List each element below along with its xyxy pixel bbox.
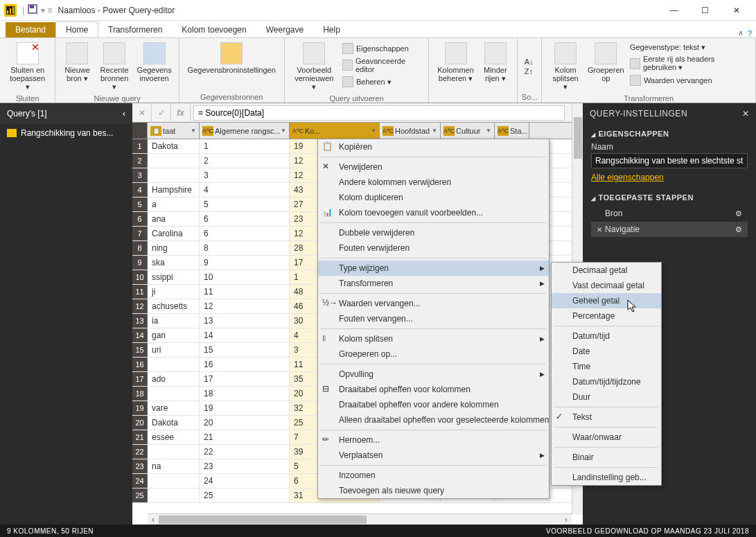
cell[interactable]: Dakota bbox=[148, 416, 200, 430]
cell[interactable]: 21 bbox=[200, 430, 290, 444]
tab-home[interactable]: Home bbox=[55, 21, 98, 37]
context-menu-item[interactable]: Binair bbox=[552, 450, 661, 465]
cell[interactable] bbox=[148, 474, 200, 488]
cell[interactable]: achusetts bbox=[148, 299, 200, 313]
cell[interactable] bbox=[148, 358, 200, 371]
cell[interactable]: uri bbox=[148, 343, 200, 357]
context-menu-item[interactable]: Transformeren▶ bbox=[318, 276, 549, 291]
cell[interactable]: ssippi bbox=[148, 270, 200, 284]
cell[interactable]: Hampshire bbox=[148, 183, 200, 197]
maximize-button[interactable]: ☐ bbox=[689, 0, 721, 21]
manage-columns-button[interactable]: Kolommen beheren ▾ bbox=[433, 41, 478, 91]
column-type-icon[interactable]: AᴮC bbox=[443, 126, 455, 136]
fx-icon[interactable]: fx bbox=[171, 103, 191, 123]
advanced-editor-button[interactable]: Geavanceerde editor bbox=[340, 56, 424, 74]
tab-transform[interactable]: Transformeren bbox=[98, 22, 172, 37]
context-menu-item[interactable]: Fouten verwijderen bbox=[318, 240, 549, 256]
cell[interactable]: 17 bbox=[200, 372, 290, 386]
new-source-button[interactable]: Nieuwe bron ▾ bbox=[60, 41, 94, 93]
replace-values-button[interactable]: Waarden vervangen bbox=[627, 74, 751, 87]
cell[interactable]: vare bbox=[148, 401, 200, 415]
column-header[interactable]: AᴮCSta...▼ bbox=[495, 123, 529, 139]
minimize-button[interactable]: — bbox=[658, 0, 689, 21]
context-menu-item[interactable]: ⫴Kolom splitsen▶ bbox=[318, 331, 549, 346]
column-type-icon[interactable]: 📋 bbox=[150, 126, 161, 136]
column-type-icon[interactable]: AᴮC bbox=[383, 126, 394, 136]
cell[interactable]: 1 bbox=[200, 139, 290, 153]
cell[interactable]: 20 bbox=[200, 416, 290, 430]
filter-dropdown-icon[interactable]: ▼ bbox=[371, 127, 376, 134]
column-type-icon[interactable]: AᴮC bbox=[292, 126, 304, 136]
help-icon[interactable]: ? bbox=[748, 29, 752, 37]
scroll-left-icon[interactable]: ‹ bbox=[148, 515, 159, 525]
cell[interactable]: ska bbox=[148, 256, 200, 270]
first-row-headers-button[interactable]: Eerste rij als headers gebruiken ▾ bbox=[627, 54, 751, 73]
column-header[interactable]: AᴮCCultuur▼ bbox=[441, 123, 495, 139]
context-menu-item[interactable]: ⊟Draaitabel opheffen voor kolommen bbox=[318, 382, 549, 397]
datasource-settings-button[interactable]: Gegevensbroninstellingen bbox=[184, 41, 280, 91]
context-menu-item[interactable]: Opvulling▶ bbox=[318, 367, 549, 382]
refresh-preview-button[interactable]: Voorbeeld vernieuwen ▾ bbox=[289, 41, 340, 93]
close-apply-button[interactable]: ✕ Sluiten en toepassen ▾ bbox=[4, 41, 51, 93]
close-settings-button[interactable]: ✕ bbox=[742, 109, 750, 118]
cell[interactable]: 4 bbox=[200, 183, 290, 197]
cell[interactable]: ana bbox=[148, 212, 200, 226]
cell[interactable]: 23 bbox=[200, 459, 290, 473]
context-menu-item[interactable]: Datum/tijd/tijdzone bbox=[552, 374, 661, 389]
context-menu-item[interactable]: Duur bbox=[552, 389, 661, 405]
cell[interactable] bbox=[148, 154, 200, 168]
cell[interactable]: ado bbox=[148, 372, 200, 386]
context-menu-item[interactable]: ✏Hernoem... bbox=[318, 432, 549, 448]
cell[interactable]: 18 bbox=[200, 387, 290, 400]
context-menu-item[interactable]: 📋Kopiëren bbox=[318, 139, 549, 155]
collapse-queries-icon[interactable]: ‹ bbox=[123, 109, 125, 118]
horizontal-scrollbar[interactable]: ‹ › bbox=[148, 513, 572, 525]
cell[interactable]: na bbox=[148, 459, 200, 473]
all-properties-link[interactable]: Alle eigenschappen bbox=[591, 173, 664, 182]
context-menu-item[interactable]: Date bbox=[552, 344, 661, 359]
cell[interactable]: 2 bbox=[200, 154, 290, 168]
cell[interactable]: 10 bbox=[200, 270, 290, 284]
context-menu-item[interactable]: Toevoegen als nieuwe query bbox=[318, 483, 549, 498]
filter-dropdown-icon[interactable]: ▼ bbox=[432, 127, 437, 134]
cell[interactable]: 6 bbox=[200, 212, 290, 226]
gear-icon[interactable]: ⚙ bbox=[735, 209, 742, 218]
formula-cancel-button[interactable]: ✕ bbox=[132, 103, 152, 123]
cell[interactable]: Dakota bbox=[148, 139, 200, 153]
collapse-ribbon-icon[interactable]: ∧ bbox=[738, 28, 744, 37]
context-menu-item[interactable]: 📊Kolom toevoegen vanuit voorbeelden... bbox=[318, 205, 549, 220]
context-menu-item[interactable]: Type wijzigen▶ bbox=[318, 261, 549, 276]
cell[interactable]: 3 bbox=[200, 168, 290, 182]
tab-view[interactable]: Weergave bbox=[256, 22, 313, 37]
context-menu-item[interactable]: Alleen draaitabel opheffen voor geselect… bbox=[318, 412, 549, 428]
delete-step-icon[interactable]: ✕ bbox=[597, 226, 602, 234]
context-menu-item[interactable]: Andere kolommen verwijderen bbox=[318, 175, 549, 190]
cell[interactable]: 16 bbox=[200, 358, 290, 371]
cell[interactable]: 25 bbox=[200, 488, 290, 502]
cell[interactable] bbox=[148, 168, 200, 182]
scrollbar-thumb[interactable] bbox=[159, 516, 367, 524]
context-menu-item[interactable]: Verplaatsen▶ bbox=[318, 448, 549, 463]
cell[interactable]: ji bbox=[148, 285, 200, 299]
context-menu-item[interactable]: Decimaal getal bbox=[552, 263, 661, 278]
column-header-selected[interactable]: AᴮCKo...▼ bbox=[290, 123, 380, 139]
context-menu-item[interactable]: ✓Tekst bbox=[552, 410, 661, 425]
context-menu-item[interactable]: Groeperen op... bbox=[318, 346, 549, 362]
scroll-right-icon[interactable]: › bbox=[561, 515, 572, 525]
applied-step-active[interactable]: ✕Navigatie⚙ bbox=[591, 222, 748, 237]
save-icon[interactable] bbox=[27, 3, 38, 17]
context-menu-item[interactable]: Vast decimaal getal bbox=[552, 278, 661, 293]
datatype-button[interactable]: Gegevenstype: tekst ▾ bbox=[627, 42, 751, 53]
cell[interactable]: 9 bbox=[200, 256, 290, 270]
cell[interactable]: ia bbox=[148, 314, 200, 328]
context-menu-item[interactable]: ½→Waarden vervangen... bbox=[318, 296, 549, 311]
cell[interactable]: essee bbox=[148, 430, 200, 444]
cell[interactable]: 15 bbox=[200, 343, 290, 357]
column-header[interactable]: AᴮCAlgemene rangsc...▼ bbox=[200, 123, 290, 139]
recent-sources-button[interactable]: Recente bronnen ▾ bbox=[94, 41, 134, 93]
filter-dropdown-icon[interactable]: ▼ bbox=[281, 127, 286, 134]
manage-button[interactable]: Beheren ▾ bbox=[340, 76, 424, 88]
filter-dropdown-icon[interactable]: ▼ bbox=[486, 127, 491, 134]
cell[interactable]: 19 bbox=[200, 401, 290, 415]
cell[interactable]: 8 bbox=[200, 241, 290, 255]
